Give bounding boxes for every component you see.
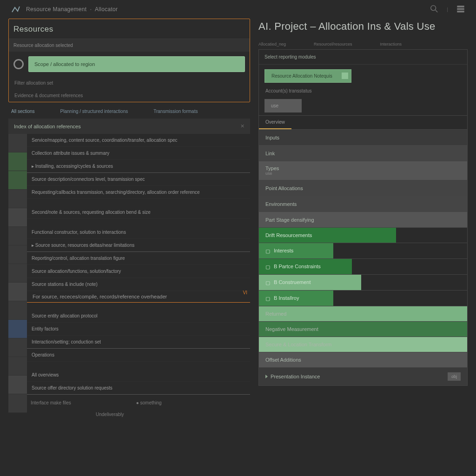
arrow-right-icon: ▸	[32, 164, 35, 169]
bar-segment[interactable]: ▢B Construement	[259, 275, 361, 290]
square-icon: ▢	[265, 264, 271, 270]
card-line-evidence[interactable]: Evidence & document references	[9, 89, 250, 102]
page-title: AI. Project – Allocation Ins & Vals Use	[258, 20, 468, 33]
logo-icon	[11, 5, 20, 14]
panel-heading: Select reporting modules	[259, 50, 467, 65]
list-item[interactable]: Source stations & include (note)	[27, 278, 250, 291]
row-label[interactable]: Part Stage densifying	[259, 213, 467, 227]
row-offset[interactable]: Offset Additions	[259, 352, 467, 367]
thumbnail-column	[8, 134, 27, 423]
list-item[interactable]: Reporting/control, allocation translatio…	[27, 252, 250, 265]
tab-planning[interactable]: Planning / structured interactions	[60, 109, 128, 114]
tab-transmission[interactable]: Transmission formats	[153, 109, 198, 114]
tab-all[interactable]: All sections	[11, 109, 35, 114]
bar-segment[interactable]: Drift Resourcements	[259, 228, 396, 243]
list-item[interactable]: Interaction/setting; conduction set	[27, 336, 250, 349]
card-line-filter[interactable]: Filter allocation set	[9, 77, 250, 89]
left-tabs: All sections Planning / structured inter…	[8, 102, 250, 119]
row-returned[interactable]: Returned	[259, 306, 467, 321]
grid-icon[interactable]	[456, 5, 465, 14]
chart-row: ▢B Installroy	[259, 290, 467, 306]
thumb[interactable]	[8, 245, 27, 264]
meta-1: Allocatied_neg	[258, 42, 286, 46]
square-icon: ▢	[265, 280, 271, 285]
list-item[interactable]: All overviews	[27, 362, 250, 382]
thumb[interactable]	[8, 227, 27, 245]
footer-link[interactable]: Interface make files	[31, 400, 71, 405]
search-icon[interactable]	[430, 5, 438, 14]
list-item[interactable]: ▸ Installing, accessing/cycles & sources	[27, 160, 250, 173]
bar-segment[interactable]: ▢Interests	[259, 243, 333, 258]
meta-2: Resourcel/resources	[314, 42, 352, 46]
resource-allocation-button[interactable]: Resource Allocation Notequis	[264, 69, 351, 83]
svg-point-0	[431, 6, 436, 11]
thumb[interactable]	[8, 357, 27, 376]
list-item[interactable]: Functional constructor, solution to inte…	[27, 219, 250, 239]
thumb[interactable]	[8, 320, 27, 338]
account-status-link[interactable]: Account(s) transstatus	[259, 86, 467, 96]
use-button[interactable]: use	[264, 99, 302, 112]
list-item[interactable]: Source entity allocation protocol	[27, 303, 250, 323]
row-presentation[interactable]: Presentation Instance obj	[259, 367, 467, 385]
thumb[interactable]	[8, 283, 27, 301]
chart-row: ▢B Construement	[259, 274, 467, 290]
divider: |	[447, 7, 448, 12]
row-label[interactable]: Environments	[259, 197, 467, 211]
list-item[interactable]: Operations	[27, 349, 250, 362]
thumb[interactable]	[8, 394, 27, 413]
arrow-right-icon: ▸	[32, 243, 35, 248]
line-tag: VI	[243, 290, 247, 295]
row-negative[interactable]: Negative Measurement	[259, 321, 467, 337]
list-title: Index of allocation references	[14, 124, 81, 129]
chart-row: ▢B Partce Constraints	[259, 258, 467, 274]
list-item[interactable]: Source description/connectors level, tra…	[27, 173, 250, 186]
list-item[interactable]: Source offer directory solution requests	[27, 382, 250, 395]
card-title: Resources	[13, 25, 245, 34]
tab-overview[interactable]: Overview	[259, 116, 291, 129]
thumb[interactable]	[8, 301, 27, 320]
thumb[interactable]	[8, 152, 27, 171]
list-item[interactable]: Service/mapping, content source, coordin…	[27, 134, 250, 147]
row-label[interactable]: Point Allocations	[259, 181, 467, 195]
thumb[interactable]	[8, 190, 27, 208]
thumb[interactable]	[8, 208, 27, 227]
bar-segment[interactable]: ▢B Partce Constraints	[259, 259, 352, 274]
footer-link[interactable]: Undeliverably	[96, 412, 124, 417]
bar-segment[interactable]: ▢B Installroy	[259, 291, 333, 306]
svg-rect-4	[457, 11, 464, 13]
svg-rect-2	[457, 6, 464, 7]
highlighted-scope-button[interactable]: Scope / allocated to region	[28, 56, 245, 72]
status-dot-icon	[13, 59, 24, 69]
list-item[interactable]: Source allocation/functions, solution/fa…	[27, 265, 250, 278]
crumb-1[interactable]: Resource Management	[26, 6, 86, 13]
list-item[interactable]: Requesting/callbacks transmission, searc…	[27, 186, 250, 199]
meta-3: Interactions	[380, 42, 402, 46]
thumb[interactable]	[8, 134, 27, 152]
resources-card: Resources Resource allocation selected S…	[8, 19, 250, 102]
svg-rect-3	[457, 8, 464, 10]
row-label[interactable]: Typesuse	[259, 161, 467, 180]
square-icon: ▢	[265, 248, 271, 254]
close-icon[interactable]: ✕	[240, 123, 245, 129]
right-panel: Select reporting modules Resource Alloca…	[258, 49, 468, 386]
chart-row: ▢Interests	[259, 243, 467, 258]
obj-tag: obj	[448, 372, 461, 381]
list-item[interactable]: Entity factors	[27, 323, 250, 336]
footer-link[interactable]: ● something	[136, 400, 162, 405]
crumb-2[interactable]: Allocator	[95, 6, 118, 13]
svg-line-1	[436, 10, 438, 13]
list-item[interactable]: Second/note & sources, requesting alloca…	[27, 199, 250, 219]
chart-row: Drift Resourcements	[259, 227, 467, 243]
thumb[interactable]	[8, 171, 27, 190]
card-sub-1: Resource allocation selected	[9, 39, 250, 52]
list-item[interactable]: Collection attribute issues & summary	[27, 147, 250, 160]
row-label[interactable]: Link	[259, 146, 467, 160]
row-label[interactable]: Inputs	[259, 131, 467, 145]
list-item[interactable]: ▸ Source source, resources deltas/near l…	[27, 239, 250, 252]
thumb[interactable]	[8, 338, 27, 357]
breadcrumb: Resource Management · Allocator	[26, 6, 118, 13]
list-item-highlighted[interactable]: For source, receces/compile, records/ref…	[27, 291, 250, 303]
thumb[interactable]	[8, 264, 27, 283]
thumb[interactable]	[8, 376, 27, 394]
row-secure[interactable]: Secure & Location Transform	[259, 337, 467, 352]
